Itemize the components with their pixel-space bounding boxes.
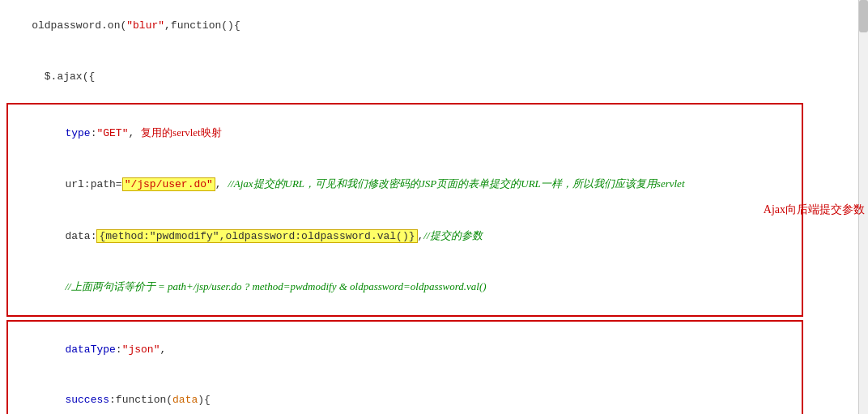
cn-comment-url: //Ajax提交的URL，可见和我们修改密码的JSP页面的表单提交的URL一样，… [228,177,684,190]
anno-result-values: 前端素材页规定了返回的result参数的4种取值 ➜ [577,410,802,414]
block2-box: dataType:"json", success:function(data){… [6,320,803,414]
code-text: oldpassword.on("blur",function(){ [32,19,240,32]
b2-datatype-line: dataType:"json", [15,324,795,374]
data-highlight: {method:"pwdmodify",oldpassword:oldpassw… [96,229,417,243]
b1-line-url: url:path="/jsp/user.do", //Ajax提交的URL，可见… [15,158,795,209]
cn-comment-data: //提交的参数 [423,229,482,241]
scrollbar-thumb[interactable] [859,0,868,32]
block1-box: type:"GET", 复用的servlet映射 url:path="/jsp/… [6,103,803,317]
anno-ajax-params: Ajax向后端提交参数 [764,201,865,219]
url-highlight: "/jsp/user.do" [122,177,215,191]
cn-annotation-servlet: 复用的servlet映射 [141,126,222,139]
block2-container: dataType:"json", success:function(data){… [6,320,803,414]
arrow-right-icon: ➜ [788,410,802,414]
b1-line-type: type:"GET", 复用的servlet映射 [15,107,795,158]
editor-page: oldpassword.on("blur",function(){ $.ajax… [0,0,868,414]
code-top-line: oldpassword.on("blur",function(){ [0,0,868,50]
code-ajax-line: $.ajax({ [0,50,868,100]
b2-success-line: success:function(data){ [15,374,795,414]
b1-comment-line: //上面两句话等价于 = path+/jsp/user.do ? method=… [15,261,795,312]
b1-line-data: data:{method:"pwdmodify",oldpassword:old… [15,210,795,261]
block1-container: type:"GET", 复用的servlet映射 url:path="/jsp/… [6,103,803,317]
